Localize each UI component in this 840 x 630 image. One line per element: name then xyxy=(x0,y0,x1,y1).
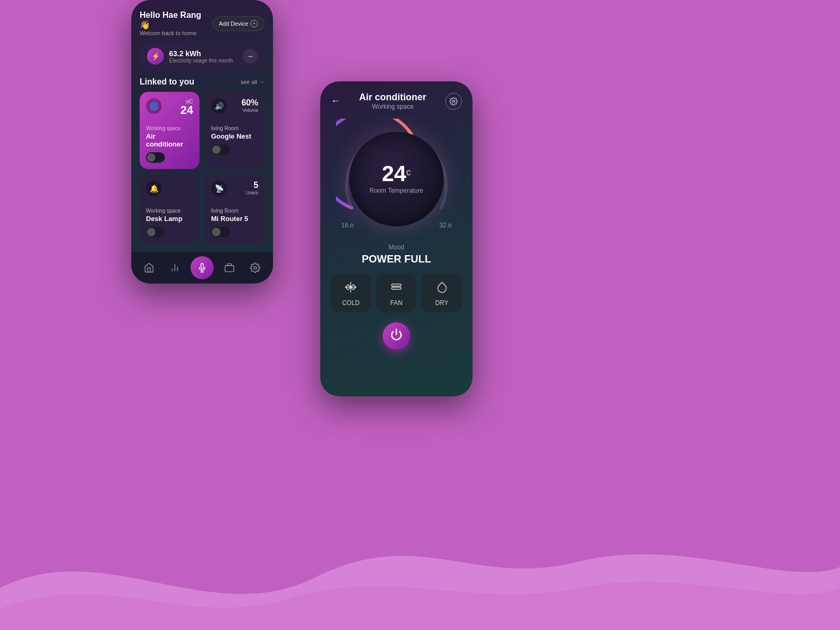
device-card-router[interactable]: 📡 5 Users living Room Mi Router 5 xyxy=(205,174,265,244)
nest-icon: 🔊 xyxy=(211,98,227,114)
device-card-nest[interactable]: 🔊 60% Volume living Room Google Nest xyxy=(205,92,265,169)
router-users-label: Users xyxy=(246,190,258,195)
svg-rect-5 xyxy=(225,266,234,272)
energy-label: Electricity usage this month xyxy=(169,58,243,64)
ac-toggle[interactable] xyxy=(146,152,165,163)
svg-point-6 xyxy=(254,267,256,269)
router-name: Mi Router 5 xyxy=(211,215,258,223)
fan-icon xyxy=(390,281,403,296)
background-wave xyxy=(0,430,840,630)
mode-fan-button[interactable]: FAN xyxy=(376,274,417,312)
ac-name: Air conditioner xyxy=(146,132,193,148)
temp-max-label: 32.o xyxy=(439,222,452,229)
greeting-subtitle: Welcom back to home xyxy=(140,30,212,36)
router-toggle-knob xyxy=(212,228,220,236)
see-all-link[interactable]: see all → xyxy=(240,79,265,85)
nest-vol-pct: 60% xyxy=(242,98,258,108)
temp-unit: c xyxy=(406,167,411,178)
temp-value: 24 xyxy=(382,163,406,185)
cold-label: COLD xyxy=(342,299,360,307)
svg-point-7 xyxy=(453,100,455,102)
router-users-num: 5 xyxy=(246,181,258,190)
ac-temp-value: 24 xyxy=(181,104,193,116)
dry-label: DRY xyxy=(435,299,448,307)
ac-icon: 🌀 xyxy=(146,98,162,114)
nest-toggle-knob xyxy=(212,145,220,154)
ac-toggle-knob xyxy=(147,153,155,162)
nest-toggle[interactable] xyxy=(211,144,230,155)
ac-title-block: Air conditioner Working space xyxy=(359,92,426,110)
bottom-nav xyxy=(131,252,273,284)
back-button[interactable]: ← xyxy=(331,96,340,107)
linked-section-header: Linked to you see all → xyxy=(140,77,265,87)
nav-devices-button[interactable] xyxy=(220,258,239,277)
nav-settings-button[interactable] xyxy=(246,258,265,277)
nest-vol-label: Volume xyxy=(242,108,258,113)
router-users: 5 Users xyxy=(246,181,258,195)
mode-grid: COLD FAN DRY xyxy=(331,274,462,312)
device-grid: 🌀 oC 24 Working space Air conditioner 🔊 … xyxy=(140,92,265,244)
dry-icon xyxy=(436,281,448,296)
ac-temp: oC 24 xyxy=(181,98,193,116)
temperature-dial[interactable]: 24 c Room Temperature 16.o 32.o xyxy=(336,119,457,239)
add-device-button[interactable]: Add Device + xyxy=(212,16,265,31)
router-toggle[interactable] xyxy=(211,227,230,237)
nav-mic-button[interactable] xyxy=(191,256,214,279)
fan-label: FAN xyxy=(390,299,402,307)
power-button[interactable] xyxy=(383,322,410,350)
energy-icon: ⚡ xyxy=(147,48,164,65)
device-card-lamp[interactable]: 🔔 Working space Desk Lamp xyxy=(140,174,200,244)
nav-stats-button[interactable] xyxy=(165,258,184,277)
nest-volume: 60% Volume xyxy=(242,98,258,113)
lamp-toggle[interactable] xyxy=(146,227,165,237)
lamp-toggle-knob xyxy=(147,228,155,236)
router-icon: 📡 xyxy=(211,181,227,196)
energy-arrow-button[interactable]: → xyxy=(243,49,257,64)
greeting-block: Hello Hae Rang 👋 Welcom back to home xyxy=(140,10,212,36)
ac-detail-phone: ← Air conditioner Working space xyxy=(320,81,472,396)
mood-value: POWER FULL xyxy=(331,253,462,265)
ac-device-subtitle: Working space xyxy=(359,103,426,110)
greeting-name: Hello Hae Rang 👋 xyxy=(140,10,212,30)
lamp-name: Desk Lamp xyxy=(146,215,193,223)
energy-info: 63.2 kWh Electricity usage this month xyxy=(169,49,243,64)
nest-name: Google Nest xyxy=(211,132,258,140)
temp-room-label: Room Temperature xyxy=(370,187,424,195)
mode-cold-button[interactable]: COLD xyxy=(331,274,371,312)
energy-card[interactable]: ⚡ 63.2 kWh Electricity usage this month … xyxy=(140,43,265,70)
see-all-arrow-icon: → xyxy=(259,79,265,85)
lamp-room: Working space xyxy=(146,208,193,214)
nest-room: living Room xyxy=(211,125,258,131)
ac-device-title: Air conditioner xyxy=(359,92,426,103)
mode-dry-button[interactable]: DRY xyxy=(422,274,462,312)
temperature-circle: 24 c Room Temperature xyxy=(349,132,444,226)
lamp-icon: 🔔 xyxy=(146,181,162,196)
energy-value: 63.2 kWh xyxy=(169,49,243,58)
cold-icon xyxy=(344,281,357,296)
ac-settings-button[interactable] xyxy=(445,93,462,110)
device-card-ac[interactable]: 🌀 oC 24 Working space Air conditioner xyxy=(140,92,200,169)
ac-header: ← Air conditioner Working space xyxy=(331,92,462,110)
temp-display: 24 c xyxy=(382,163,411,185)
mood-section: Mood POWER FULL xyxy=(331,244,462,265)
home-screen-phone: Hello Hae Rang 👋 Welcom back to home Add… xyxy=(131,0,273,284)
phone1-header: Hello Hae Rang 👋 Welcom back to home Add… xyxy=(140,10,265,36)
power-icon xyxy=(390,328,403,344)
temp-min-label: 16.o xyxy=(341,222,353,229)
nav-home-button[interactable] xyxy=(140,258,159,277)
add-device-plus-icon: + xyxy=(250,20,258,27)
linked-title: Linked to you xyxy=(140,77,194,87)
router-room: living Room xyxy=(211,208,258,214)
ac-room: Working space xyxy=(146,125,193,131)
add-device-label: Add Device xyxy=(219,20,248,27)
mood-label: Mood xyxy=(331,244,462,251)
